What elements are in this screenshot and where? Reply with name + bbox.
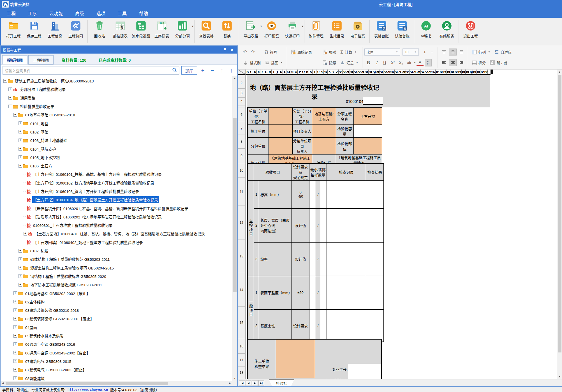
item-no[interactable]: 2	[254, 310, 259, 342]
prev-sheet-button[interactable]: ◀	[246, 380, 251, 386]
column-header-cell[interactable]: AV	[417, 70, 421, 74]
item-sampling[interactable]: /	[309, 276, 327, 310]
subscript-button[interactable]: X₂	[397, 59, 404, 66]
column-header-cell[interactable]: W	[324, 70, 327, 74]
auto-fit-button[interactable]: 自适应	[492, 48, 514, 56]
split-cell-button[interactable]: 拆分	[470, 59, 488, 67]
column-header-cell[interactable]: AN	[387, 70, 391, 74]
column-header-cell[interactable]: BH	[462, 70, 465, 74]
column-header-cell[interactable]: AC	[346, 70, 350, 74]
row-header-cell[interactable]: 17	[238, 354, 245, 366]
row-header-cell[interactable]: 13	[238, 239, 245, 273]
dropdown-arrow-icon[interactable]: ▼	[191, 25, 194, 28]
tree-item[interactable]: +0102_基础	[1, 128, 232, 136]
toolbar-button-table-ledger[interactable]: 表表格台账	[371, 19, 392, 38]
cell-pm-label[interactable]: 项目负责人	[292, 125, 312, 138]
sheet-corner[interactable]	[238, 70, 246, 75]
last-sheet-button[interactable]: ▶|	[258, 380, 264, 386]
item-result[interactable]	[366, 181, 384, 209]
item-name[interactable]: 标高（mm）	[259, 181, 292, 209]
font-color-button[interactable]: A	[417, 60, 424, 66]
tree-item[interactable]: +04屋面	[1, 323, 232, 331]
tree-item[interactable]: +01地基与基础 GB50202-2002【废止】	[1, 289, 232, 297]
tree-item[interactable]: +钢结构工程施工质量验收标准 GB50205-2020	[1, 272, 232, 280]
toolbar-button-quick-print[interactable]: 快速打印▼	[282, 19, 303, 38]
collapse-node-icon[interactable]: −	[18, 164, 22, 168]
tree-item[interactable]: +混凝土结构工程施工质量验收规范 GB50204-2015	[1, 264, 232, 272]
column-header-cell[interactable]: B	[246, 70, 249, 74]
calculate-button[interactable]: Σ计算▼	[338, 48, 359, 56]
column-header-cell[interactable]: AR	[402, 70, 406, 74]
column-header-cell[interactable]: AT	[410, 70, 413, 74]
column-header-cell[interactable]: AW	[421, 70, 424, 74]
item-record[interactable]	[327, 276, 366, 310]
row-header-cell[interactable]: 7	[238, 122, 245, 135]
item-sampling[interactable]: /	[309, 242, 327, 276]
sheet-vscroll-thumb[interactable]	[558, 75, 561, 352]
tree-item[interactable]: +通用表格	[1, 94, 232, 102]
underline-button[interactable]: U	[381, 59, 388, 66]
align-top-button[interactable]	[440, 49, 448, 56]
rows-cols-button[interactable]: 行列▼	[470, 48, 492, 56]
scroll-right-icon[interactable]: ▶	[228, 381, 232, 386]
column-header-cell[interactable]: I	[272, 70, 275, 74]
column-header-cell[interactable]: AG	[361, 70, 365, 74]
column-header-cell[interactable]: AF	[357, 70, 361, 74]
col-acceptance-item[interactable]: 验收项目	[254, 163, 292, 181]
toolbar-button-part-table[interactable]: 部部位建表	[110, 19, 131, 38]
toolbar-button-find-table[interactable]: 查找表格	[196, 19, 217, 38]
item-design[interactable]: 0 -50	[292, 181, 309, 209]
align-middle-button[interactable]	[449, 49, 457, 56]
column-header-cell[interactable]: T	[313, 70, 316, 74]
scroll-up-icon[interactable]: ▲	[232, 76, 237, 80]
tree-item[interactable]: +03建筑装饰装修 GB50210-2018	[1, 306, 232, 314]
symbol-button[interactable]: Ω符号	[263, 48, 279, 56]
item-result[interactable]	[366, 310, 384, 342]
toolbar-button-replace[interactable]: 替换	[217, 19, 237, 38]
tree-item[interactable]: +0101_地基	[1, 119, 232, 127]
collapse-node-icon[interactable]: −	[8, 105, 12, 108]
column-header-cell[interactable]: D	[253, 70, 257, 74]
tree-item[interactable]: +06通风与空调 GB50243-2002【废止】	[1, 349, 232, 357]
column-header-cell[interactable]: X	[328, 70, 331, 74]
move-up-button[interactable]: ↑	[218, 67, 226, 74]
column-header-cell[interactable]: AJ	[372, 70, 376, 74]
tree-item[interactable]: 检【岩质基坑开挖】01060202_挖方场地平整岩石开挖工程检验批质量验收记录	[1, 213, 232, 221]
menu-item[interactable]: 工程	[7, 10, 16, 17]
column-header-cell[interactable]: M	[286, 70, 290, 74]
expand-node-icon[interactable]: +	[18, 266, 22, 269]
toolbar-button-export-table[interactable]: 导出表格▼	[240, 19, 261, 38]
toolbar-button-project-info[interactable]: 工程信息	[45, 19, 65, 38]
align-center-button[interactable]	[449, 59, 457, 66]
scroll-down-icon[interactable]: ▼	[557, 374, 562, 379]
cell-part-value[interactable]	[353, 138, 382, 155]
superscript-button[interactable]: X²	[389, 59, 396, 66]
expand-node-icon[interactable]: +	[24, 232, 27, 236]
insert-picture-button[interactable]: 插图▼	[263, 59, 285, 67]
row-header-cell[interactable]: 6	[238, 107, 245, 122]
tree-item[interactable]: +分部分项工程质量验收记录	[1, 85, 232, 93]
expand-node-icon[interactable]: +	[13, 368, 17, 372]
font-larger-button[interactable]: +	[421, 49, 428, 55]
column-header-cell[interactable]: BA	[436, 70, 439, 74]
group-main-control[interactable]: 主控项目	[248, 181, 254, 276]
toolbar-button-process-table[interactable]: 123工序建表	[151, 19, 172, 38]
tree-item[interactable]: +0105_地下水控制	[1, 153, 232, 162]
item-sampling[interactable]: /	[309, 310, 327, 342]
col-design-req[interactable]: 设计要求及 规范规定	[292, 163, 309, 181]
row-header-cell[interactable]: 16	[238, 339, 245, 354]
font-name-select[interactable]: 宋体▼	[364, 49, 400, 56]
item-design[interactable]: 设计要求	[292, 310, 309, 342]
column-header-cell[interactable]: AH	[365, 70, 369, 74]
item-sampling[interactable]: /	[309, 181, 327, 209]
column-header-cell[interactable]: AE	[354, 70, 357, 74]
expand-node-icon[interactable]: +	[18, 274, 22, 278]
inspection-button[interactable]: 报验	[321, 48, 338, 56]
cell-unit-value[interactable]	[269, 108, 292, 125]
tree-item[interactable]: +地下防水工程质量验收规范 GB50208-2011	[1, 280, 232, 289]
font-size-select[interactable]: 10▼	[403, 49, 419, 56]
row-header-cell[interactable]: 15	[238, 307, 245, 339]
tree-item[interactable]: +07建筑电气 GB50303-2015	[1, 357, 232, 365]
tree-item[interactable]: 检01060301_土石方堆放工程检验批质量验收记录	[1, 221, 232, 229]
cell-unit-label[interactable]: 单位（子单位） 工程名称	[248, 108, 269, 125]
